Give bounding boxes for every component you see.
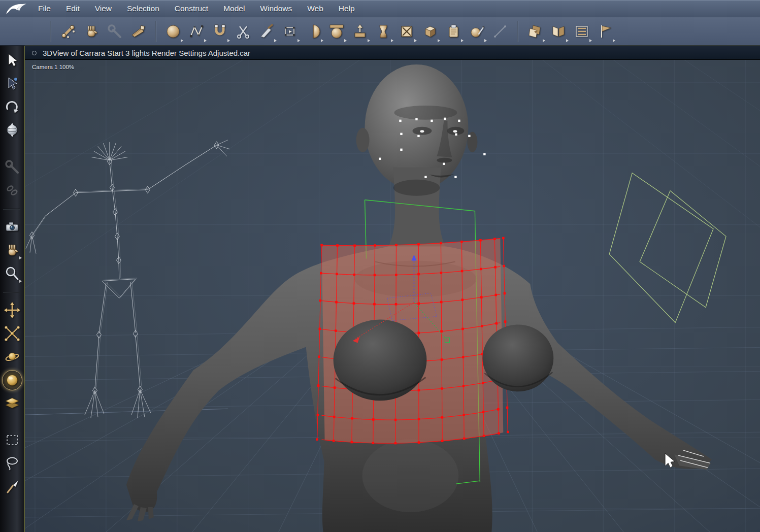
menu-item-selection[interactable]: Selection	[119, 4, 167, 13]
scissors-icon	[235, 23, 251, 40]
clipboard-icon	[445, 23, 461, 40]
align-tool-flyout-icon[interactable]	[589, 39, 592, 42]
flatten-tool-flyout-icon[interactable]	[344, 39, 347, 42]
lasso-tool[interactable]	[1, 452, 23, 475]
orbit-camera-tool[interactable]	[1, 346, 23, 368]
clipboard-tool[interactable]	[442, 19, 465, 44]
pan-tool[interactable]	[1, 239, 23, 261]
toolbar-divider	[517, 21, 518, 42]
bank-camera-tool[interactable]	[1, 392, 23, 415]
left-toolbar-divider	[0, 202, 24, 215]
page-flag-tool[interactable]	[593, 19, 617, 44]
clipboard-tool-flyout-icon[interactable]	[461, 39, 464, 42]
gold-move-icon	[4, 302, 20, 318]
sharpener-tool[interactable]	[126, 19, 150, 44]
lathe-tool[interactable]	[372, 19, 395, 44]
green-wireframes	[609, 173, 726, 323]
sharpener-icon	[130, 23, 146, 40]
block-tool-flyout-icon[interactable]	[438, 39, 440, 42]
joint-editor-tool[interactable]	[56, 19, 80, 44]
direct-select-tool[interactable]	[1, 73, 23, 95]
carrara-logo	[0, 0, 30, 17]
shader-sphere-tool-flyout-icon[interactable]	[484, 39, 487, 42]
pan-hand-tool[interactable]	[80, 19, 103, 44]
spline-icon	[188, 23, 205, 40]
bone-icon	[60, 23, 76, 40]
extrude-tool-flyout-icon[interactable]	[368, 39, 370, 42]
wrench-icon	[4, 159, 20, 175]
spline-tool[interactable]	[185, 19, 208, 44]
menu-item-file[interactable]: File	[30, 4, 58, 13]
toolbar-divider	[155, 21, 156, 42]
arrow-white-icon	[4, 52, 20, 69]
left-toolbar-divider	[0, 415, 24, 428]
wrench-tool[interactable]	[1, 156, 23, 178]
page-mirror-tool[interactable]	[547, 19, 570, 44]
knife-tool[interactable]	[255, 19, 278, 44]
knife-icon	[258, 23, 275, 40]
menu-item-view[interactable]: View	[87, 4, 119, 13]
zoom-tool-flyout-icon[interactable]	[19, 280, 22, 283]
menu-item-web[interactable]: Web	[300, 4, 331, 13]
align-tool[interactable]	[570, 19, 593, 44]
3d-scene[interactable]	[25, 60, 760, 532]
menu-item-construct[interactable]: Construct	[167, 4, 216, 13]
magnet-tool-flyout-icon[interactable]	[227, 39, 230, 42]
boolean-tool-flyout-icon[interactable]	[414, 39, 417, 42]
boolean-tool[interactable]	[395, 19, 418, 44]
line-tool[interactable]	[488, 19, 512, 44]
trackball-tool[interactable]	[1, 119, 23, 142]
magnet-tool[interactable]	[208, 19, 232, 44]
extrude-icon	[352, 23, 368, 40]
menu-item-edit[interactable]: Edit	[58, 4, 87, 13]
brush-icon	[4, 479, 20, 495]
paint-brush-tool[interactable]	[1, 476, 23, 498]
knife-tool-flyout-icon[interactable]	[274, 39, 277, 42]
rect-selection-tool-flyout-icon[interactable]	[298, 39, 300, 42]
select-arrow-tool[interactable]	[1, 49, 23, 72]
page-duplicate-icon	[527, 23, 543, 40]
wrench-tool[interactable]	[103, 19, 126, 44]
carrara-app: FileEditViewSelectionConstructModelWindo…	[0, 0, 760, 532]
wrench-icon	[107, 23, 123, 40]
extrude-tool[interactable]	[348, 19, 372, 44]
marquee-tool[interactable]	[1, 429, 23, 451]
viewport-collapse-icon[interactable]	[32, 51, 37, 55]
sphere-primitive-tool[interactable]	[161, 19, 185, 44]
hand-icon	[83, 23, 100, 40]
menu-item-model[interactable]: Model	[216, 4, 252, 13]
flatten-tool[interactable]	[325, 19, 348, 44]
gold-planes-icon	[4, 395, 20, 412]
vase-icon	[375, 23, 391, 40]
page-duplicate-tool[interactable]	[523, 19, 547, 44]
half-sphere-tool-flyout-icon[interactable]	[321, 39, 323, 42]
viewport-canvas[interactable]: Camera 1 100%	[25, 60, 760, 532]
dolly-camera-tool[interactable]	[1, 369, 23, 391]
camera-tool[interactable]	[1, 216, 23, 238]
rect-selection-tool[interactable]	[278, 19, 302, 44]
rotate-tool[interactable]	[1, 96, 23, 118]
menu-item-help[interactable]: Help	[331, 4, 362, 13]
page-mirror-tool-flyout-icon[interactable]	[566, 39, 569, 42]
half-sphere-tool[interactable]	[302, 19, 325, 44]
gold-sphere-icon	[4, 372, 20, 388]
viewport-titlebar[interactable]: 3DView of Carrara Start 3 lights Render …	[25, 46, 760, 60]
lathe-tool-flyout-icon[interactable]	[391, 39, 393, 42]
viewport-window: 3DView of Carrara Start 3 lights Render …	[24, 46, 760, 532]
block-tool[interactable]	[418, 19, 442, 44]
rotate-arrow-icon	[4, 99, 20, 115]
pan-camera-tool[interactable]	[1, 322, 23, 345]
move-camera-tool[interactable]	[1, 299, 23, 321]
shader-sphere-tool[interactable]	[465, 19, 488, 44]
spline-tool-flyout-icon[interactable]	[204, 39, 207, 42]
menu-item-windows[interactable]: Windows	[252, 4, 300, 13]
page-duplicate-tool-flyout-icon[interactable]	[543, 39, 545, 42]
page-flag-tool-flyout-icon[interactable]	[613, 39, 615, 42]
pan-tool-flyout-icon[interactable]	[19, 256, 22, 259]
left-toolbar	[0, 46, 24, 532]
zoom-tool[interactable]	[1, 262, 23, 285]
scissors-tool[interactable]	[232, 19, 255, 44]
lasso-icon	[4, 455, 20, 472]
link-tool[interactable]	[1, 179, 23, 202]
sphere-primitive-tool-flyout-icon[interactable]	[181, 39, 183, 42]
